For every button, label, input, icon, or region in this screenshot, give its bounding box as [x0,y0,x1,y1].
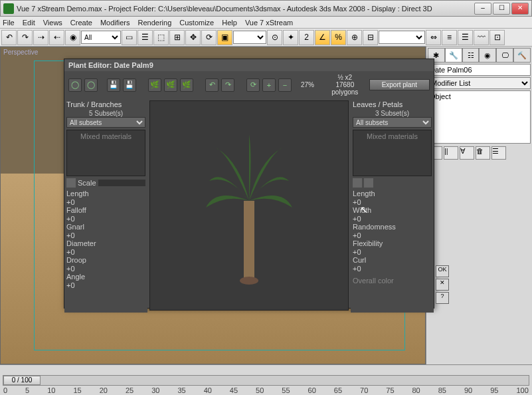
svg-point-1 [240,277,258,285]
pe-undo-button[interactable]: ↶ [205,78,219,92]
unlink-button[interactable]: ⇠ [49,30,64,45]
tab-motion[interactable]: ◉ [479,48,496,63]
pe-help-button[interactable]: ? [436,292,449,304]
menu-vue[interactable]: Vue 7 xStream [245,19,293,27]
app-icon [3,3,14,14]
stack-item[interactable]: Object [430,92,529,100]
ref-coord-dropdown[interactable] [233,31,266,44]
trunk-angle-val[interactable]: +0 [66,281,75,289]
tab-utilities[interactable]: 🔨 [513,48,531,63]
trunk-scale-slider[interactable] [98,180,145,186]
trunk-diameter-val[interactable]: +0 [66,248,75,256]
trunk-material-box[interactable]: Mixed materials [66,130,145,176]
pe-zoomout-button[interactable]: − [278,78,292,92]
tab-modify[interactable]: 🔧 [445,48,462,63]
menu-bar: File Edit Views Create Modifiers Renderi… [0,17,532,29]
leaves-flexibility-val[interactable]: +0 [353,248,361,256]
palm-tree-icon [203,128,296,287]
object-name-field[interactable] [428,64,531,76]
leaves-icon1 [353,178,362,188]
pe-refresh-button[interactable]: ⟳ [246,78,260,92]
pe-variant2-button[interactable]: 🌿 [164,78,177,92]
bind-button[interactable]: ◉ [65,30,80,45]
trunk-droop-val[interactable]: +0 [66,265,75,273]
modifier-stack[interactable]: Object [428,90,531,144]
tab-hierarchy[interactable]: ☷ [462,48,480,63]
window-crossing-button[interactable]: ⊞ [169,30,185,45]
spinner-snap-button[interactable]: ⊕ [347,30,362,45]
trunk-gnarl-val[interactable]: +0 [66,231,75,239]
select-name-button[interactable]: ☰ [137,30,153,45]
time-ticks: 0510152025303540455055606570758085909510… [3,386,529,394]
pe-load-button[interactable]: ◯ [84,78,98,92]
trunk-angle-label: Angle [66,273,145,281]
layers-button[interactable]: ☰ [458,30,473,45]
curve-editor-button[interactable]: 〰 [474,30,489,45]
minimize-button[interactable]: – [474,3,491,15]
pe-zoomin-button[interactable]: + [262,78,276,92]
tab-display[interactable]: 🖵 [496,48,513,63]
menu-customize[interactable]: Customize [179,19,214,27]
named-sel-dropdown[interactable] [379,31,425,44]
menu-help[interactable]: Help [222,19,237,27]
trunk-subset-dropdown[interactable]: All subsets [66,117,145,128]
schematic-button[interactable]: ⊡ [489,30,505,45]
close-button[interactable]: ✕ [511,3,529,15]
pivot-button[interactable]: ⊙ [267,30,282,45]
scale-icon [66,178,76,188]
scale-button[interactable]: ▣ [217,30,232,45]
modifier-list-dropdown[interactable]: Modifier List [428,77,531,89]
remove-mod-button[interactable]: 🗑 [476,146,490,160]
align-button[interactable]: ≡ [442,30,457,45]
pe-variant-button[interactable]: 🌿 [148,78,161,92]
pe-variant3-button[interactable]: 🌿 [180,78,193,92]
leaves-randomness-val[interactable]: +0 [353,231,361,239]
menu-rendering[interactable]: Rendering [138,19,172,27]
menu-views[interactable]: Views [43,19,62,27]
link-button[interactable]: ⇢ [33,30,48,45]
leaves-curl-label: Curl [353,256,432,264]
trunk-length-val[interactable]: +0 [66,198,75,206]
trunk-falloff-val[interactable]: +0 [66,215,75,223]
time-slider-thumb[interactable]: 0 / 100 [3,376,41,385]
leaves-width-val[interactable]: +0 [353,215,361,223]
snap-angle-button[interactable]: ∠ [315,30,330,45]
pe-ok-button[interactable]: OK [436,265,449,277]
snap-percent-button[interactable]: % [331,30,346,45]
select-button[interactable]: ▭ [122,30,137,45]
selection-filter[interactable]: All [81,31,121,44]
rotate-button[interactable]: ⟳ [201,30,217,45]
trunk-droop-label: Droop [66,256,145,264]
plant-preview[interactable]: ↖ [149,100,349,311]
undo-button[interactable]: ↶ [1,30,17,45]
redo-button[interactable]: ↷ [17,30,33,45]
menu-create[interactable]: Create [70,19,92,27]
show-end-button[interactable]: || [444,146,458,160]
time-slider[interactable]: 0 / 100 05101520253035404550556065707580… [3,375,529,386]
select-region-button[interactable]: ⬚ [153,30,169,45]
pe-new-button[interactable]: ◯ [68,78,82,92]
configure-button[interactable]: ☰ [491,146,506,160]
pe-cancel-button[interactable]: ✕ [436,279,449,291]
leaves-subset-dropdown[interactable]: All subsets [353,117,432,128]
maximize-button[interactable]: ☐ [493,3,510,15]
leaves-material-box[interactable]: Mixed materials [353,130,432,176]
named-sel-button[interactable]: ⊟ [363,30,378,45]
pe-saveas-button[interactable]: 💾 [123,78,136,92]
export-plant-button[interactable]: Export plant [369,79,430,90]
leaves-curl-val[interactable]: +0 [353,265,361,273]
menu-modifiers[interactable]: Modifiers [100,19,130,27]
menu-file[interactable]: File [3,19,15,27]
mirror-button[interactable]: ⇔ [426,30,441,45]
window-title: Vue 7 xStream Demo.max - Project Folder:… [17,5,474,13]
leaves-icon2 [364,178,373,188]
pe-redo-button[interactable]: ↷ [221,78,234,92]
move-button[interactable]: ✥ [185,30,201,45]
pe-save-button[interactable]: 💾 [107,78,120,92]
make-unique-button[interactable]: ∀ [460,146,474,160]
menu-edit[interactable]: Edit [23,19,35,27]
pe-polys-label: 17680 polygons [323,81,367,96]
snap-2d-button[interactable]: 2 [299,30,314,45]
manipulate-button[interactable]: ✦ [283,30,298,45]
pe-zoom-label: 27% [294,81,321,88]
